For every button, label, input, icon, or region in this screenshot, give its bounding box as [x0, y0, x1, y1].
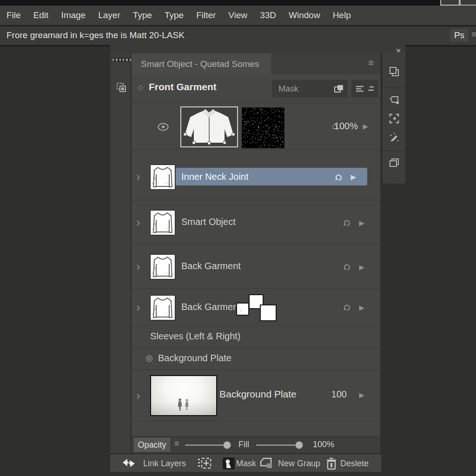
filmstrip-texture — [112, 58, 131, 61]
tab-smart-object[interactable]: Smart Object - Quetad Somes — [132, 53, 271, 74]
opacity-percent-value[interactable]: 100% — [313, 440, 334, 450]
menu-item-3d[interactable]: 33D — [260, 10, 276, 20]
header-options-buttons — [351, 80, 378, 98]
expand-arrow-icon[interactable]: ▶ — [359, 391, 364, 399]
menu-item-view[interactable]: View — [228, 10, 247, 20]
menu-item-window[interactable]: Window — [289, 10, 320, 20]
menu-item-type-2[interactable]: Type — [165, 10, 184, 20]
layer-name: Back Garment — [181, 302, 241, 312]
layer-row[interactable]: › Back Garment ▶ — [132, 288, 380, 325]
menu-item-type[interactable]: Type — [133, 10, 152, 20]
options-status-text: Frore greamard in k=ges the is Matt 20-L… — [7, 30, 185, 40]
layer-thumbnail[interactable] — [150, 210, 175, 235]
delete-label[interactable]: Deslete — [340, 454, 369, 473]
mask-button-label[interactable]: Mask — [236, 454, 256, 473]
visibility-target-icon[interactable]: ◎ — [145, 353, 153, 363]
section-row-sleeves[interactable]: Sleeves (Left & Right) — [132, 325, 380, 348]
menu-item-edit[interactable]: Edit — [33, 10, 49, 20]
expand-arrow-icon[interactable]: ▶ — [359, 219, 364, 227]
selected-layer-bar[interactable]: Inner Neck Joint ▶ — [176, 168, 367, 185]
new-group-label[interactable]: New Graup — [278, 454, 320, 473]
layer-name: Background Plate — [219, 389, 297, 400]
panel-tab-bar: Smart Object - Quetad Somes ≡ — [132, 53, 380, 74]
menu-item-help[interactable]: Help — [333, 10, 351, 20]
transform-tool-icon[interactable] — [198, 457, 212, 469]
layer-thumbnail[interactable] — [150, 254, 175, 279]
list-options-small-icon[interactable] — [368, 86, 374, 92]
section-label: Background Plate — [158, 353, 231, 364]
mini-noise-thumbnail[interactable] — [260, 304, 277, 321]
link-layers-label[interactable]: Link Layers — [143, 454, 186, 473]
menu-item-image[interactable]: Image — [61, 10, 86, 20]
panel-spacer-row — [132, 421, 380, 436]
link-layers-icon[interactable] — [122, 458, 136, 468]
expand-arrow-icon[interactable]: ▶ — [363, 122, 368, 131]
smart-object-panel: Smart Object - Quetad Somes ≡ ◇ Front Ga… — [132, 53, 380, 453]
fill-slider-track[interactable] — [256, 444, 301, 446]
expand-arrow-icon[interactable]: ▶ — [359, 304, 364, 312]
chevron-right-icon[interactable]: › — [136, 390, 140, 402]
background-plate-layer-row[interactable]: › Background Plate 100 ▶ — [132, 370, 380, 421]
figures-silhouette — [174, 398, 193, 412]
window-control-fragment — [460, 0, 476, 6]
fill-label: Fill — [238, 440, 249, 450]
overlapping-layers-icon[interactable] — [334, 84, 344, 93]
group-layers-icon[interactable] — [389, 157, 400, 168]
opacity-chip[interactable]: Opacity — [134, 438, 170, 452]
smart-object-refresh-icon[interactable] — [342, 262, 351, 271]
chevron-right-icon[interactable]: › — [136, 171, 140, 183]
duplicate-layer-icon[interactable] — [389, 95, 400, 106]
list-options-icon[interactable] — [356, 86, 364, 92]
new-group-icon[interactable] — [259, 457, 273, 469]
menu-item-layer[interactable]: Layer — [98, 10, 120, 20]
opacity-fill-row: Opacity ≡ Fill 100% — [132, 436, 380, 453]
blend-menu-icon[interactable]: ≡ — [174, 439, 179, 449]
mask-field[interactable]: Mask — [272, 80, 348, 98]
layer-name: Inner Neck Joint — [181, 168, 249, 185]
smart-object-refresh-icon[interactable] — [342, 218, 351, 227]
menu-item-file[interactable]: File — [7, 10, 21, 20]
layer-row[interactable]: › Smart Object ▶ — [132, 200, 380, 244]
smart-object-refresh-icon[interactable] — [342, 302, 351, 311]
diamond-icon[interactable]: ◇ — [138, 83, 143, 92]
dock-separator — [384, 151, 403, 151]
brush-scribble-icon[interactable] — [389, 132, 400, 143]
layer-name: Back Garment — [181, 261, 241, 271]
layer-thumbnail[interactable] — [150, 165, 175, 190]
mini-noise-thumbnail[interactable] — [236, 303, 249, 316]
expand-arrow-icon[interactable]: ▶ — [359, 263, 364, 271]
opacity-slider-knob[interactable] — [223, 441, 231, 449]
smart-object-refresh-icon[interactable] — [334, 172, 343, 181]
chevron-right-icon[interactable]: › — [136, 216, 140, 228]
panel-menu-icon[interactable]: ≡ — [368, 58, 374, 68]
layers-panel-icon[interactable] — [389, 66, 400, 77]
layer-thumbnail[interactable] — [150, 295, 175, 320]
section-row-background-plate[interactable]: ◎ Background Plate — [132, 348, 380, 370]
mask-noise-thumbnail[interactable] — [242, 107, 284, 148]
options-bar: Frore greamard in k=ges the is Matt 20-L… — [0, 27, 476, 46]
preview-opacity-value[interactable]: 100% — [334, 121, 358, 132]
eye-icon[interactable] — [157, 123, 169, 131]
layers-bottom-toolbar: Link Layers Mask New Graup Deslete — [110, 453, 381, 472]
free-transform-icon[interactable] — [389, 113, 400, 124]
layer-opacity-value[interactable]: 100 — [331, 389, 347, 400]
layer-row[interactable]: › Back Garment ▶ — [132, 244, 380, 288]
options-menu-icon[interactable]: ≡ — [471, 30, 476, 40]
trash-icon[interactable] — [325, 457, 337, 470]
layer-header-row: ◇ Front Garment Mask — [132, 74, 380, 103]
ps-logo-badge[interactable]: Ps — [450, 29, 469, 42]
menu-item-filter[interactable]: Filter — [196, 10, 216, 20]
transform-selection-icon[interactable] — [116, 82, 127, 93]
window-top-strip — [0, 0, 476, 6]
menu-bar: File Edit Image Layer Type Type Filter V… — [0, 6, 476, 26]
expand-arrow-icon[interactable]: ▶ — [350, 173, 356, 181]
shirt-layer-thumbnail[interactable] — [180, 106, 238, 147]
fill-slider-knob[interactable] — [295, 441, 303, 449]
layer-row[interactable]: › Inner Neck Joint ▶ — [132, 153, 380, 200]
chevron-right-icon[interactable]: › — [136, 260, 140, 272]
section-label: Sleeves (Left & Right) — [150, 331, 241, 342]
chevron-right-icon[interactable]: › — [136, 301, 140, 313]
mask-tool-icon[interactable] — [222, 457, 235, 470]
background-photo-thumbnail[interactable] — [150, 375, 217, 416]
preview-row: ⌂ 100% ▶ — [132, 103, 380, 150]
